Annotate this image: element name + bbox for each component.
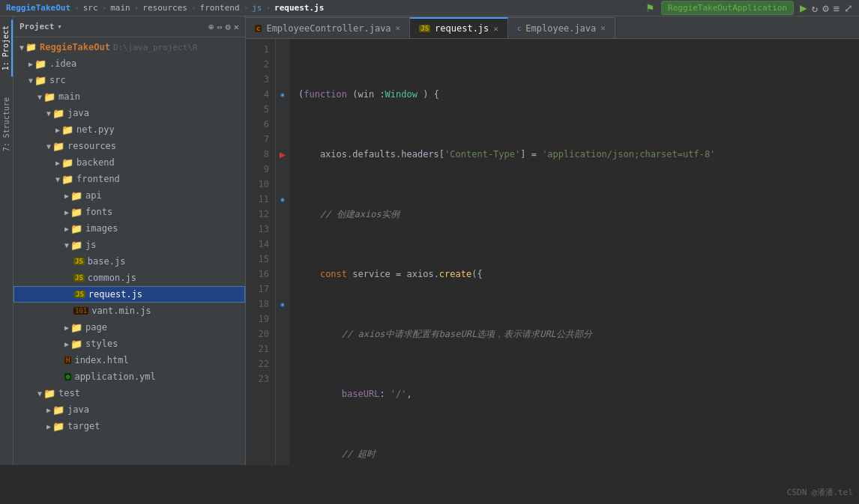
tab-employee-controller[interactable]: c EmployeeController.java ✕ (246, 17, 410, 38)
gutter-5 (276, 102, 289, 117)
refresh-icon[interactable]: ↻ (812, 2, 818, 14)
tree-fonts[interactable]: ▶ 📁 fonts (13, 204, 245, 220)
code-line-6: baseURL: '/', (298, 386, 859, 401)
gutter-15 (276, 252, 289, 267)
basejs-icon: JS (73, 258, 85, 265)
vtab-structure[interactable]: 7: Structure (1, 91, 12, 157)
code-text-2: axios.defaults.headers['Content-Type'] =… (298, 147, 715, 162)
tree-appyml[interactable]: ⚙ application.yml (13, 368, 245, 385)
panel-close-icon[interactable]: ✕ (234, 22, 239, 32)
gutter-8: ▶ (276, 147, 289, 162)
commonjs-label: common.js (88, 273, 136, 283)
run-config-label[interactable]: ReggieTakeOutApplication (661, 1, 794, 15)
tab-requestjs[interactable]: JS request.js ✕ (410, 17, 508, 38)
vantjs-icon: 101 (73, 307, 88, 315)
appyml-label: application.yml (74, 371, 155, 382)
breadcrumb-part-5[interactable]: frontend (200, 3, 240, 13)
gutter-12 (276, 207, 289, 222)
src-label: src (49, 75, 66, 85)
gutter-1 (276, 42, 289, 57)
breadcrumb-part-2[interactable]: src (83, 3, 98, 13)
resources-arrow: ▼ (46, 142, 51, 151)
expand-icon[interactable]: ⤢ (844, 2, 853, 14)
idea-arrow: ▶ (28, 60, 33, 68)
netpyy-label: net.pyy (76, 124, 115, 135)
resources-folder-icon: 📁 (52, 141, 64, 152)
testjava-label: java (67, 404, 89, 415)
tab-java-icon-1: c (255, 25, 262, 32)
target-arrow: ▶ (46, 422, 51, 431)
tree-indexhtml[interactable]: H index.html (13, 352, 245, 368)
test-folder-icon: 📁 (43, 388, 55, 399)
tree-frontend[interactable]: ▼ 📁 frontend (13, 171, 245, 187)
code-editor[interactable]: 1 2 3 4 5 6 7 8 9 10 11 12 13 14 15 16 1… (246, 39, 859, 465)
main-label: main (58, 91, 80, 102)
test-label: test (58, 388, 80, 398)
api-folder-icon: 📁 (70, 190, 82, 201)
tree-basejs[interactable]: JS base.js (13, 253, 245, 270)
panel-settings-icon[interactable]: ⚙ (226, 22, 231, 32)
breadcrumb-part-4[interactable]: resources (142, 3, 187, 13)
tabs-bar: c EmployeeController.java ✕ JS request.j… (246, 16, 859, 39)
breadcrumb-part-1[interactable]: ReggieTakeOut (6, 3, 70, 13)
tree-page[interactable]: ▶ 📁 page (13, 319, 245, 336)
tree-styles[interactable]: ▶ 📁 styles (13, 336, 245, 352)
tab-close-1[interactable]: ✕ (396, 23, 401, 33)
java-folder-icon: 📁 (52, 108, 64, 119)
tree-target[interactable]: ▶ 📁 target (13, 418, 245, 434)
code-line-3: // 创建axios实例 (298, 207, 859, 222)
basejs-label: base.js (88, 256, 126, 267)
run-button[interactable]: ▶ (800, 1, 807, 15)
tree-vantjs[interactable]: 101 vant.min.js (13, 303, 245, 319)
requestjs-icon: JS (74, 291, 85, 298)
breadcrumb-part-3[interactable]: main (110, 3, 130, 13)
settings-icon[interactable]: ⚙ (822, 2, 828, 14)
tree-js-folder[interactable]: ▼ 📁 js (13, 237, 245, 253)
gutter-16 (276, 267, 289, 282)
code-text-6: baseURL: '/', (298, 386, 412, 401)
project-panel: Project ▾ ⊕ ⇔ ⚙ ✕ ▼ 📁 ReggieTakeOut D:\j… (13, 16, 246, 465)
code-line-1: (function (win :Window ) { (298, 87, 859, 102)
code-line-2: axios.defaults.headers['Content-Type'] =… (298, 147, 859, 162)
tree-idea[interactable]: ▶ 📁 .idea (13, 55, 245, 72)
panel-collapse-icon[interactable]: ⇔ (217, 22, 222, 32)
main-arrow: ▼ (37, 93, 42, 101)
backend-arrow: ▶ (55, 159, 60, 167)
tree-test[interactable]: ▼ 📁 test (13, 385, 245, 401)
gutter-11: ◉ (276, 192, 289, 207)
tree-resources[interactable]: ▼ 📁 resources (13, 138, 245, 154)
vtab-project[interactable]: 1: Project (0, 19, 13, 76)
resources-label: resources (67, 141, 116, 151)
panel-locate-icon[interactable]: ⊕ (208, 22, 214, 32)
tab-employee[interactable]: c Employee.java ✕ (508, 17, 615, 38)
js-folder-icon: 📁 (70, 240, 82, 251)
tree-netpyy[interactable]: ▶ 📁 net.pyy (13, 121, 245, 138)
gutter-3 (276, 72, 289, 87)
tree-testjava[interactable]: ▶ 📁 java (13, 401, 245, 418)
tab-close-2[interactable]: ✕ (493, 24, 498, 34)
code-content[interactable]: (function (win :Window ) { axios.default… (289, 39, 859, 465)
breadcrumb-filename[interactable]: request.js (274, 3, 324, 13)
tree-commonjs[interactable]: JS common.js (13, 270, 245, 286)
tree-api[interactable]: ▶ 📁 api (13, 187, 245, 204)
tree-requestjs[interactable]: JS request.js (13, 286, 245, 303)
tree-src[interactable]: ▼ 📁 src (13, 72, 245, 88)
tree-images[interactable]: ▶ 📁 images (13, 220, 245, 237)
gutter-10 (276, 177, 289, 192)
root-label: ReggieTakeOut (40, 42, 110, 52)
gutter-7 (276, 132, 289, 147)
tab-close-3[interactable]: ✕ (600, 23, 606, 33)
page-label: page (85, 322, 107, 333)
js-arrow: ▼ (64, 241, 69, 249)
tree-java[interactable]: ▼ 📁 java (13, 105, 245, 121)
tree-main[interactable]: ▼ 📁 main (13, 88, 245, 105)
gutter-21 (276, 341, 289, 356)
tree-root[interactable]: ▼ 📁 ReggieTakeOut D:\java_project\R (13, 39, 245, 55)
breadcrumb-part-6[interactable]: js (252, 3, 262, 13)
main-layout: 1: Project 7: Structure Project ▾ ⊕ ⇔ ⚙ … (0, 16, 859, 465)
tree-backend[interactable]: ▶ 📁 backend (13, 154, 245, 171)
panel-dropdown[interactable]: ▾ (57, 22, 62, 31)
more-icon[interactable]: ≡ (834, 2, 840, 14)
src-arrow: ▼ (28, 76, 33, 85)
api-label: api (85, 190, 102, 201)
